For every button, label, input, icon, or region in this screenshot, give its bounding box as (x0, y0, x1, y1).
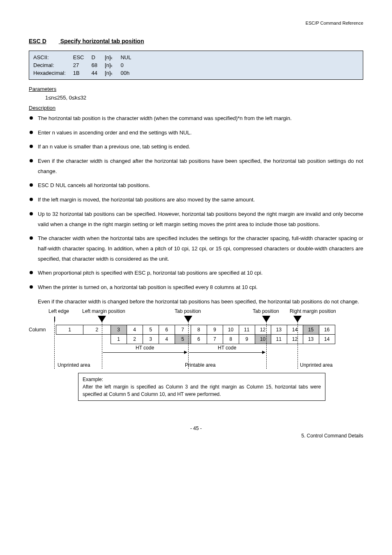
col-cell: 5 (143, 325, 159, 335)
code-cell: 1B (73, 69, 92, 77)
col-cell: 4 (159, 335, 175, 344)
example-body: After the left margin is specified as Co… (83, 384, 321, 397)
code-cell: [n]ₖ (105, 53, 120, 61)
col-cell: 9 (239, 335, 255, 344)
col-cell: 1 (56, 325, 83, 335)
printable-label: Printable area (185, 362, 216, 369)
parameters-heading: Parameters (29, 86, 363, 92)
ht-arrow-icon (103, 352, 187, 353)
ht-label: HT code (136, 345, 154, 352)
col-cell: 12 (255, 325, 271, 335)
desc-item: The horizontal tab position is the chara… (29, 113, 363, 124)
ht-label: HT code (218, 345, 236, 352)
desc-item: If an n value is smaller than a previous… (29, 142, 363, 152)
lbl-left-margin: Left margin position (82, 308, 125, 315)
col-cell: 6 (159, 325, 175, 335)
col-cell: 10 (255, 335, 271, 344)
col-cell: 2 (127, 335, 143, 344)
desc-item: If the left margin is moved, the horizon… (29, 195, 363, 205)
col-cell: 10 (223, 325, 239, 335)
diagram: Left edge Left margin position Tab posit… (29, 308, 363, 401)
col-cell: 1 (111, 335, 127, 344)
col-cell: 11 (239, 325, 255, 335)
code-cell: 27 (73, 61, 92, 69)
col-cell: 4 (127, 325, 143, 335)
unprinted-label: Unprinted area (58, 362, 90, 369)
col-cell: 9 (207, 325, 223, 335)
lbl-right-margin: Right margin position (290, 308, 336, 315)
col-cell: 3 (111, 325, 127, 335)
code-cell: ASCII: (33, 53, 73, 61)
section-label: ESC D (29, 38, 46, 44)
unprinted-label: Unprinted area (300, 362, 332, 369)
column-table: Column 1 2 3 4 5 6 7 8 9 10 11 12 13 14 … (29, 325, 335, 344)
code-cell: [n]ₖ (105, 69, 120, 77)
col-cell: 2 (83, 325, 111, 335)
code-cell: Hexadecimal: (33, 69, 73, 77)
footer-chapter: 5. Control Command Details (301, 433, 363, 439)
code-cell: NUL (120, 53, 138, 61)
code-cell: 00h (120, 69, 138, 77)
code-cell: ESC (73, 53, 92, 61)
desc-item: When the printer is turned on, a horizon… (29, 282, 363, 293)
parameters-text: 1≤n≤255, 0≤k≤32 (29, 95, 363, 101)
col-cell: 14 (319, 335, 335, 344)
col-cell: 7 (207, 335, 223, 344)
col-cell: 14 (287, 325, 303, 335)
desc-item: Even if the character width is changed a… (29, 156, 363, 176)
code-table: ASCII: ESC D [n]ₖ NUL Decimal: 27 68 [n]… (29, 51, 363, 80)
code-cell: 44 (92, 69, 105, 77)
code-cell: 68 (92, 61, 105, 69)
desc-continuation: Even if the character width is changed b… (29, 297, 363, 307)
lbl-left-edge: Left edge (48, 308, 69, 315)
ht-arrow-icon (189, 352, 265, 353)
section-title: ESC D Specify horizontal tab position (29, 38, 363, 44)
description-heading: Description (29, 105, 363, 111)
desc-item: When proportional pitch is specified wit… (29, 268, 363, 278)
code-cell: Decimal: (33, 61, 73, 69)
desc-item: Enter n values in ascending order and en… (29, 128, 363, 138)
col-cell: 11 (271, 335, 287, 344)
section-heading: Specify horizontal tab position (60, 38, 144, 44)
col-cell: 6 (191, 335, 207, 344)
col-cell: 13 (303, 335, 319, 344)
col-cell: 8 (191, 325, 207, 335)
lbl-tab1: Tab position (175, 308, 201, 315)
col-cell: 8 (223, 335, 239, 344)
desc-item: ESC D NUL cancels all horizontal tab pos… (29, 180, 363, 191)
code-cell: 0 (120, 61, 138, 69)
code-cell: [n]ₖ (105, 61, 120, 69)
page-number: - 45 - (29, 426, 363, 431)
row-head: Column (29, 325, 56, 335)
lbl-tab2: Tab position (253, 308, 279, 315)
page-header-ref: ESC/P Command Reference (29, 21, 363, 25)
col-cell: 15 (303, 325, 319, 335)
footer: - 45 - 5. Control Command Details (29, 426, 363, 431)
col-cell: 3 (143, 335, 159, 344)
description-list: The horizontal tab position is the chara… (29, 113, 363, 293)
col-cell: 16 (319, 325, 335, 335)
col-cell: 12 (287, 335, 303, 344)
col-cell: 13 (271, 325, 287, 335)
example-title: Example: (83, 377, 103, 382)
example-box: Example: After the left margin is specif… (78, 373, 325, 401)
code-cell: D (92, 53, 105, 61)
desc-item: Up to 32 horizontal tab positions can be… (29, 209, 363, 229)
row-head-empty (29, 335, 56, 344)
desc-item: The character width when the horizontal … (29, 234, 363, 264)
